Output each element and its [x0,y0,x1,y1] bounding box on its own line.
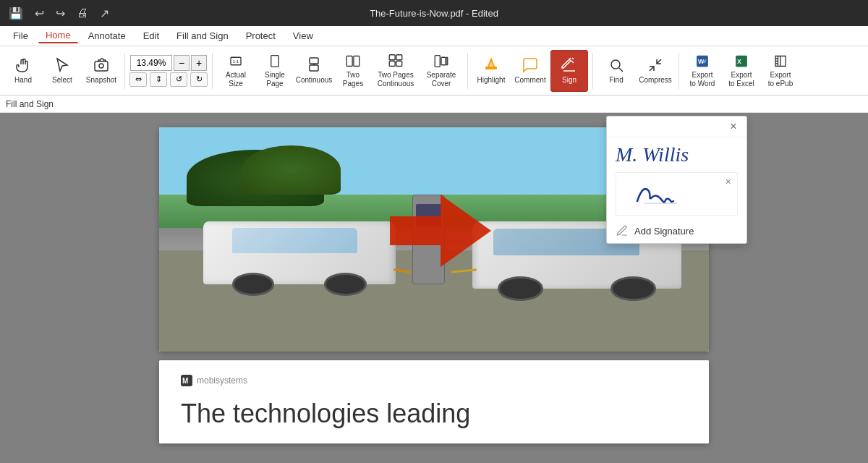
single-page-label: SinglePage [265,71,285,88]
single-page-button[interactable]: SinglePage [256,50,294,92]
highlight-button[interactable]: Highlight [472,50,510,92]
heading-text: The technologies leading [181,399,470,428]
comment-button[interactable]: Comment [511,50,549,92]
single-page-icon [266,54,284,69]
select-icon [54,56,71,74]
find-button[interactable]: Find [597,50,635,92]
zoom-minus-btn[interactable]: − [174,55,190,71]
page-2: M mobisystems The technologies leading [159,360,709,443]
mobisystems-text: mobisystems [197,375,247,386]
sep5 [678,53,679,89]
continuous-button[interactable]: Continuous [295,50,333,92]
share-icon[interactable]: ↗ [100,7,109,20]
mobisystems-logo: M mobisystems [181,375,687,386]
svg-rect-10 [389,54,395,59]
continuous-icon [305,56,323,74]
svg-rect-11 [396,54,402,59]
rotate-right-btn[interactable]: ↻ [190,72,208,87]
compress-icon [647,56,664,74]
select-tool-button[interactable]: Select [43,50,81,92]
comment-icon [522,56,539,74]
epub-icon [772,54,789,69]
compress-button[interactable]: Compress [637,50,674,92]
actual-size-button[interactable]: 1:1 ActualSize [217,50,255,92]
sign-popup: × M. Willis × Add Signature [606,116,747,244]
snapshot-tool-button[interactable]: Snapshot [82,50,120,92]
svg-rect-16 [446,57,448,65]
menu-home[interactable]: Home [38,28,78,43]
separate-cover-icon [433,54,450,69]
actual-size-label: ActualSize [226,71,246,88]
svg-rect-9 [354,56,359,66]
camera-icon [93,56,110,74]
add-signature-label: Add Signature [634,226,694,237]
svg-text:M: M [182,377,188,385]
red-arrow-overlay [390,195,491,267]
find-label: Find [609,76,623,85]
rotate-left-btn[interactable]: ↺ [170,72,187,87]
highlight-label: Highlight [477,76,506,85]
two-pages-label: TwoPages [343,71,363,88]
separate-cover-label: SeparateCover [427,71,456,88]
fit-width-btn[interactable]: ⇔ [129,72,147,87]
svg-point-1 [99,64,103,68]
fill-sign-bar: Fill and Sign [0,95,868,113]
print-icon[interactable]: 🖨 [77,7,88,20]
add-signature-button[interactable]: Add Signature [607,218,746,243]
hand-label: Hand [14,76,32,85]
two-pages-continuous-icon [387,54,404,69]
sep3 [467,53,468,89]
hand-tool-button[interactable]: Hand [4,50,42,92]
continuous-label: Continuous [296,76,333,85]
titlebar-title: The-Future-is-Now.pdf - Edited [370,8,498,19]
sign-button[interactable]: Sign [550,50,588,92]
two-pages-icon [344,54,362,69]
zoom-input[interactable] [130,55,172,71]
svg-rect-14 [435,55,440,67]
zoom-plus-btn[interactable]: + [191,55,207,71]
menu-annotate[interactable]: Annotate [81,29,133,43]
popup-signature-name: M. Willis [607,137,746,169]
svg-rect-15 [441,57,446,65]
signature-drawing [626,176,728,212]
titlebar-icons[interactable]: 💾 ↩ ↪ 🖨 ↗ [9,7,109,20]
export-word-label: Exportto Word [690,71,715,88]
popup-header: × [607,116,746,137]
svg-rect-17 [485,67,497,69]
svg-rect-5 [310,58,318,64]
svg-line-19 [619,68,623,72]
menu-file[interactable]: File [6,29,35,43]
two-pages-continuous-button[interactable]: Two PagesContinuous [373,50,418,92]
separate-cover-button[interactable]: SeparateCover [420,50,463,92]
undo-icon[interactable]: ↩ [35,7,44,20]
excel-icon: X [733,54,750,69]
highlight-icon [482,56,500,74]
save-icon[interactable]: 💾 [9,7,23,20]
popup-second-close-button[interactable]: × [726,176,731,187]
svg-rect-13 [396,61,402,66]
two-pages-continuous-label: Two PagesContinuous [378,71,414,88]
fit-page-btn[interactable]: ⇕ [150,72,167,87]
zoom-group: − + ⇔ ⇕ ↺ ↻ [129,55,208,87]
redo-icon[interactable]: ↪ [56,7,65,20]
hand-icon [14,56,32,74]
main-content: × M. Willis × Add Signature [0,113,868,463]
sign-label: Sign [562,76,576,85]
svg-text:X: X [737,58,741,65]
export-excel-button[interactable]: X Exportto Excel [723,50,760,92]
svg-rect-8 [346,56,352,66]
export-epub-button[interactable]: Exportto ePub [762,50,799,92]
menu-edit[interactable]: Edit [136,29,166,43]
export-word-button[interactable]: W Exportto Word [684,50,721,92]
popup-close-button[interactable]: × [726,119,741,134]
svg-rect-12 [389,61,395,66]
export-excel-label: Exportto Excel [728,71,754,88]
select-label: Select [52,76,72,85]
actual-size-icon: 1:1 [227,54,244,69]
page-heading: The technologies leading [181,398,687,429]
menu-view[interactable]: View [286,29,320,43]
menu-protect[interactable]: Protect [239,29,283,43]
export-epub-label: Exportto ePub [768,71,793,88]
two-pages-button[interactable]: TwoPages [334,50,372,92]
menu-fill-sign[interactable]: Fill and Sign [169,29,236,43]
